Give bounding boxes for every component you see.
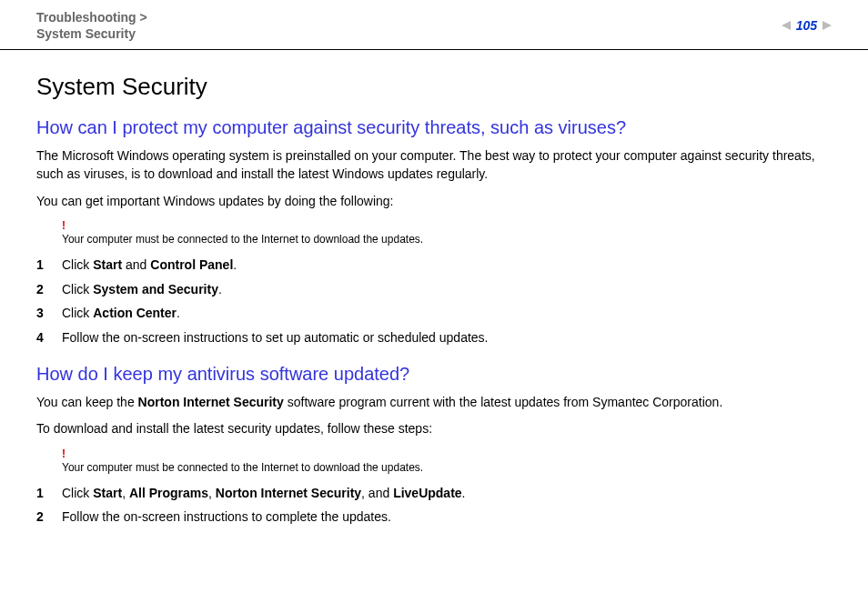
warning-text: Your computer must be connected to the I…	[62, 233, 423, 246]
section1-para1: The Microsoft Windows operating system i…	[36, 147, 832, 183]
page-navigation: 105	[782, 17, 832, 34]
step-number: 2	[36, 281, 62, 299]
page-content: System Security How can I protect my com…	[0, 50, 868, 552]
page-title: System Security	[36, 73, 832, 101]
warning-icon: !	[62, 219, 832, 232]
step-item: 4 Follow the on-screen instructions to s…	[36, 329, 832, 347]
step-item: 2 Click System and Security.	[36, 281, 832, 299]
section2-warning: ! Your computer must be connected to the…	[62, 447, 832, 474]
svg-marker-1	[823, 21, 832, 30]
section2-heading: How do I keep my antivirus software upda…	[36, 364, 832, 385]
warning-text: Your computer must be connected to the I…	[62, 461, 423, 474]
step-item: 1 Click Start, All Programs, Norton Inte…	[36, 485, 832, 503]
page-number: 105	[796, 18, 817, 33]
breadcrumb-parent: Troubleshooting >	[36, 10, 147, 25]
step-text: Follow the on-screen instructions to com…	[62, 508, 832, 527]
step-text: Follow the on-screen instructions to set…	[62, 329, 832, 347]
svg-marker-0	[782, 21, 791, 30]
step-text: Click Action Center.	[62, 305, 832, 323]
section2-para2: To download and install the latest secur…	[36, 420, 832, 438]
step-number: 3	[36, 305, 62, 323]
page-header: Troubleshooting > System Security 105	[0, 0, 868, 50]
prev-page-arrow-icon[interactable]	[782, 17, 791, 34]
step-text: Click Start and Control Panel.	[62, 256, 832, 275]
section2-steps: 1 Click Start, All Programs, Norton Inte…	[36, 485, 832, 527]
warning-icon: !	[62, 447, 832, 460]
step-number: 1	[36, 485, 62, 503]
next-page-arrow-icon[interactable]	[823, 17, 832, 34]
section1-steps: 1 Click Start and Control Panel. 2 Click…	[36, 256, 832, 347]
breadcrumb: Troubleshooting > System Security	[36, 9, 147, 42]
step-number: 2	[36, 508, 62, 527]
step-item: 2 Follow the on-screen instructions to c…	[36, 508, 832, 527]
step-text: Click System and Security.	[62, 281, 832, 299]
step-item: 3 Click Action Center.	[36, 305, 832, 323]
step-number: 1	[36, 256, 62, 275]
step-item: 1 Click Start and Control Panel.	[36, 256, 832, 275]
section1-warning: ! Your computer must be connected to the…	[62, 219, 832, 246]
breadcrumb-current: System Security	[36, 26, 136, 41]
section2-para1: You can keep the Norton Internet Securit…	[36, 394, 832, 412]
step-number: 4	[36, 329, 62, 347]
section1-para2: You can get important Windows updates by…	[36, 193, 832, 211]
section1-heading: How can I protect my computer against se…	[36, 117, 832, 138]
step-text: Click Start, All Programs, Norton Intern…	[62, 485, 832, 503]
